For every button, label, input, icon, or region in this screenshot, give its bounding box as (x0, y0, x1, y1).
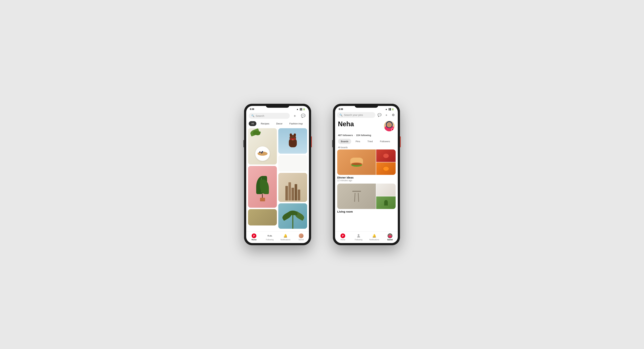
board-dinner-ideas[interactable]: Dinner ideas 12 minutes ago (337, 149, 396, 182)
bell-icon-1: 🔔 (283, 233, 288, 238)
nav-following-1[interactable]: Following (262, 233, 278, 241)
status-icons-1: ▲ ▐▐ 🔋 (296, 108, 305, 111)
pin-food[interactable] (248, 128, 277, 165)
following-label: following (361, 134, 371, 137)
following-count: 224 (356, 134, 360, 137)
pin-palm[interactable] (278, 203, 307, 229)
board-dinner-title: Dinner ideas (337, 176, 396, 179)
nav-notifications-1[interactable]: 🔔 Notifications (278, 233, 293, 241)
followers-count: 487 (338, 134, 342, 137)
pin-grid-1 (246, 128, 309, 231)
messages-icon-2[interactable]: 💬 (377, 112, 382, 118)
board-living-sub2 (376, 196, 396, 209)
search-input-1[interactable]: Search (256, 114, 287, 117)
board-dinner-main-img (337, 149, 376, 175)
volume-button-1 (243, 140, 244, 147)
status-time-2: 8:08 (339, 108, 343, 111)
nav-home-label-1: Home (252, 239, 256, 241)
following-icon-2 (356, 233, 361, 238)
power-button-2 (400, 136, 401, 147)
board-living-room[interactable]: Living room (337, 184, 396, 213)
saved-avatar-1 (299, 233, 304, 238)
settings-icon-2[interactable]: ⚙ (390, 112, 396, 118)
board-living-title: Living room (337, 210, 396, 213)
verified-badge: ✓ (391, 128, 394, 131)
nav-home-2[interactable]: P Home (335, 233, 351, 241)
tab-followers[interactable]: Followers (377, 139, 393, 144)
board-dinner-sub1 (376, 149, 396, 162)
nav-following-label-2: Following (355, 239, 362, 241)
board-living-sub1 (376, 184, 396, 196)
category-all[interactable]: All (249, 121, 256, 126)
pin-blank[interactable] (278, 155, 307, 171)
search-input-2[interactable]: Search your pins (344, 114, 363, 116)
nav-following-2[interactable]: Following (351, 233, 366, 241)
following-icon-1 (268, 233, 272, 238)
signal-icon-2: ▐▐ (388, 108, 391, 110)
add-button-2[interactable]: ＋ (384, 112, 389, 118)
bottom-nav-2: P Home Following 🔔 Notifications (335, 231, 398, 243)
search-icon-2: 🔍 (340, 114, 342, 116)
wifi-icon-1: ▲ (296, 108, 298, 111)
nav-following-label-1: Following (266, 239, 274, 241)
nav-saved-label-1: Saved (298, 239, 304, 241)
nav-notifications-2[interactable]: 🔔 Notifications (366, 233, 382, 241)
search-bar-2[interactable]: 🔍 Search your pins (337, 112, 375, 118)
wifi-icon-2: ▲ (385, 108, 388, 111)
board-living-main-img (337, 184, 376, 209)
boards-count: 49 boards (335, 145, 398, 149)
nav-saved-1[interactable]: Saved (293, 233, 309, 241)
followers-label: followers (342, 134, 353, 137)
status-icons-2: ▲ ▐▐ 🔋 (385, 108, 394, 111)
board-dinner-sub2 (376, 162, 396, 175)
pin-dog[interactable] (278, 128, 307, 154)
tab-boards[interactable]: Boards (338, 139, 351, 144)
volume-button-2 (332, 140, 333, 147)
profile-avatar[interactable]: ✓ (384, 120, 395, 132)
search-area-2: 🔍 Search your pins 💬 ＋ ⚙ (335, 111, 398, 119)
status-time-1: 8:08 (250, 108, 254, 111)
saved-avatar-2 (388, 233, 392, 238)
signal-icon-1: ▐▐ (299, 108, 302, 110)
search-icon-1: 🔍 (251, 114, 254, 117)
nav-home-label-2: Home (340, 239, 346, 241)
battery-icon-2: 🔋 (392, 108, 394, 111)
nav-saved-2[interactable]: Saved (382, 233, 398, 241)
bell-icon-2: 🔔 (372, 233, 376, 238)
pin-plant[interactable] (248, 166, 277, 208)
bottom-nav-1: P Home Following 🔔 Notifications (246, 231, 309, 243)
battery-icon-1: 🔋 (303, 108, 305, 111)
profile-header: Neha ✓ (335, 119, 398, 133)
pin-col-right (278, 128, 307, 229)
pin-col-left (248, 128, 277, 229)
nav-notifications-label-2: Notifications (369, 239, 379, 241)
phone-1: 8:08 ▲ ▐▐ 🔋 🔍 Search ＋ 💬 All Recipes Dec… (244, 104, 311, 245)
nav-notifications-label-1: Notifications (280, 239, 290, 241)
tab-tried[interactable]: Tried (364, 139, 376, 144)
phone-notch-2 (355, 104, 378, 108)
profile-name: Neha (338, 120, 354, 128)
category-recipes[interactable]: Recipes (258, 121, 272, 126)
category-fashion[interactable]: Fashion insp (287, 121, 305, 126)
board-dinner-time: 12 minutes ago (337, 179, 396, 182)
pin-texture[interactable] (248, 209, 277, 225)
pinterest-logo-1: P (252, 233, 256, 238)
profile-stats: 487 followers · 224 following (335, 133, 398, 137)
add-button-1[interactable]: ＋ (292, 113, 298, 119)
nav-home-1[interactable]: P Home (246, 233, 262, 241)
pinterest-logo-2: P (340, 233, 345, 238)
search-area-1: 🔍 Search ＋ 💬 (246, 111, 309, 120)
phone-2: 8:08 ▲ ▐▐ 🔋 🔍 Search your pins 💬 ＋ ⚙ Neh… (333, 104, 400, 245)
categories-1: All Recipes Decor Fashion insp (246, 120, 309, 128)
search-bar-1[interactable]: 🔍 Search (249, 113, 290, 119)
tab-pins[interactable]: Pins (353, 139, 363, 144)
phone-notch-1 (266, 104, 289, 108)
profile-tabs: Boards Pins Tried Followers (335, 137, 398, 145)
messages-icon-1[interactable]: 💬 (300, 113, 306, 119)
power-button-1 (311, 136, 312, 147)
boards-content: Dinner ideas 12 minutes ago (335, 149, 398, 231)
category-decor[interactable]: Decor (274, 121, 285, 126)
nav-saved-label-2: Saved (387, 239, 392, 241)
pin-building[interactable] (278, 173, 307, 202)
